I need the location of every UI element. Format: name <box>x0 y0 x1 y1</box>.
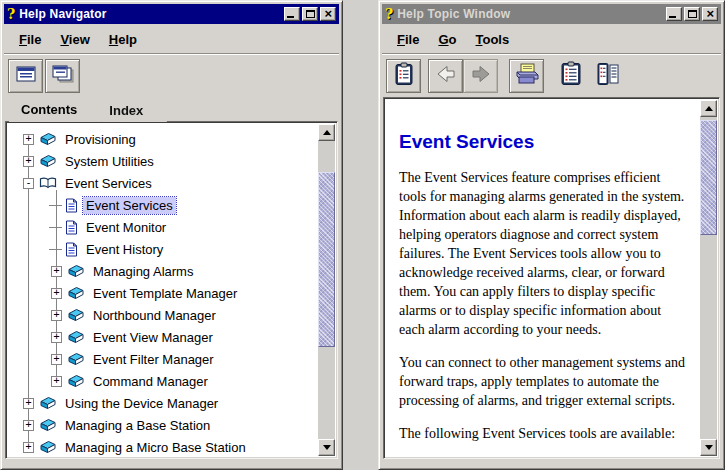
menu-bar: File View Help <box>5 28 338 51</box>
close-button[interactable] <box>702 7 718 21</box>
cascade-windows-icon <box>51 64 75 88</box>
master-index-icon <box>596 61 620 91</box>
topic-paragraphs: The Event Services feature comprises eff… <box>399 168 690 443</box>
topic-content-panel: Event Services The Event Services featur… <box>383 97 720 459</box>
closed-book-icon <box>39 154 57 168</box>
tree-item[interactable]: + Using the Device Manager <box>8 392 317 414</box>
menu-separator <box>382 53 721 55</box>
close-button[interactable] <box>320 7 336 21</box>
tree-item[interactable]: + Event Template Manager <box>8 282 317 304</box>
tree-item[interactable]: Event Services <box>8 194 317 216</box>
tree-item[interactable]: + Managing a Micro Base Station <box>8 436 317 456</box>
scroll-down-button[interactable] <box>318 439 335 456</box>
tree-connector-stub <box>49 249 62 250</box>
scroll-up-button[interactable] <box>318 124 335 141</box>
tree-item-label[interactable]: Managing a Micro Base Station <box>62 439 249 456</box>
maximize-button[interactable] <box>684 7 700 21</box>
tree-item-label[interactable]: Event Services <box>62 175 155 192</box>
single-window-button[interactable] <box>8 59 43 93</box>
topic-list-button[interactable] <box>555 59 587 93</box>
single-window-icon <box>15 65 37 87</box>
vertical-scrollbar[interactable] <box>318 124 335 456</box>
forward-button[interactable] <box>463 59 498 93</box>
tree-expander-toggle[interactable]: + <box>51 288 62 299</box>
help-topic-titlebar[interactable]: ? Help Topic Window <box>382 4 721 24</box>
tree-expander-toggle[interactable]: + <box>23 420 34 431</box>
scroll-down-button[interactable] <box>700 439 717 456</box>
tree-expander-toggle[interactable]: + <box>23 134 34 145</box>
tree-expander-toggle[interactable]: + <box>23 156 34 167</box>
topic-list-icon <box>560 61 582 91</box>
topic-content: Event Services The Event Services featur… <box>386 100 698 456</box>
tree-item-label[interactable]: Command Manager <box>90 373 211 390</box>
tree-expander-toggle[interactable]: + <box>23 398 34 409</box>
scrollbar-thumb[interactable] <box>318 172 335 347</box>
tree-item[interactable]: Event Monitor <box>8 216 317 238</box>
tree-item[interactable]: Event History <box>8 238 317 260</box>
navigator-toolbar <box>8 58 80 94</box>
tree-item-label[interactable]: Event History <box>83 241 166 258</box>
help-question-icon: ? <box>385 7 393 21</box>
master-index-button[interactable] <box>592 59 624 93</box>
minimize-button[interactable] <box>666 7 682 21</box>
tree-item[interactable]: + Event Filter Manager <box>8 348 317 370</box>
tree-item-label[interactable]: Northbound Manager <box>90 307 219 324</box>
back-arrow-icon <box>434 64 458 88</box>
print-icon <box>514 62 540 90</box>
help-topic-window: ? Help Topic Window File Go Tools <box>378 0 725 470</box>
tree-item-label[interactable]: Managing Alarms <box>90 263 196 280</box>
scroll-up-button[interactable] <box>700 100 717 117</box>
tree-expander-toggle[interactable]: + <box>51 332 62 343</box>
tree-item-label[interactable]: Provisioning <box>62 131 139 148</box>
tree-expander-toggle[interactable]: + <box>51 376 62 387</box>
menu-item[interactable]: Tools <box>471 30 515 49</box>
tree-expander-toggle[interactable]: + <box>23 442 34 453</box>
tree-item-label[interactable]: Event Monitor <box>83 219 169 236</box>
back-button[interactable] <box>428 59 463 93</box>
help-navigator-titlebar[interactable]: ? Help Navigator <box>4 4 339 24</box>
menu-item[interactable]: Go <box>433 30 461 49</box>
tree-item[interactable]: + Event View Manager <box>8 326 317 348</box>
tab[interactable]: Contents <box>9 98 101 122</box>
tree-item[interactable]: + Managing a Base Station <box>8 414 317 436</box>
help-question-icon: ? <box>7 7 15 21</box>
maximize-button[interactable] <box>302 7 318 21</box>
view-topics-button[interactable] <box>386 59 421 93</box>
tree-item[interactable]: - Event Services <box>8 172 317 194</box>
paragraph: You can connect to other management syst… <box>399 353 690 410</box>
closed-book-icon <box>67 264 85 278</box>
menu-bar: File Go Tools <box>383 28 720 51</box>
tree-item-label[interactable]: System Utilities <box>62 153 157 170</box>
tree-item[interactable]: + Command Manager <box>8 370 317 392</box>
tree-item-label[interactable]: Event Services <box>83 197 176 214</box>
page-icon <box>65 198 78 213</box>
tab[interactable]: Index <box>97 102 167 122</box>
tree-item-label[interactable]: Managing a Base Station <box>62 417 213 434</box>
tree-item[interactable]: + System Utilities <box>8 150 317 172</box>
scrollbar-thumb[interactable] <box>700 120 717 235</box>
tree-expander-toggle[interactable]: + <box>51 310 62 321</box>
cascade-windows-button[interactable] <box>45 59 80 93</box>
tree-expander-toggle[interactable]: + <box>51 354 62 365</box>
menu-item[interactable]: File <box>392 30 424 49</box>
closed-book-icon <box>39 418 57 432</box>
tree-item[interactable]: + Northbound Manager <box>8 304 317 326</box>
closed-book-icon <box>67 330 85 344</box>
print-button[interactable] <box>509 59 544 93</box>
menu-item[interactable]: File <box>14 30 46 49</box>
tree-item-label[interactable]: Event Template Manager <box>90 285 240 302</box>
tree-item[interactable]: + Provisioning <box>8 128 317 150</box>
tree-item[interactable]: + Managing Alarms <box>8 260 317 282</box>
page-icon <box>65 242 78 257</box>
tree-item-label[interactable]: Using the Device Manager <box>62 395 221 412</box>
vertical-scrollbar[interactable] <box>700 100 717 456</box>
menu-item[interactable]: View <box>55 30 94 49</box>
minimize-button[interactable] <box>284 7 300 21</box>
tree-expander-toggle[interactable]: - <box>23 178 34 189</box>
menu-item[interactable]: Help <box>104 30 142 49</box>
closed-book-icon <box>67 286 85 300</box>
tree-expander-toggle[interactable]: + <box>51 266 62 277</box>
tree-item-label[interactable]: Event View Manager <box>90 329 216 346</box>
navigator-tabs: Contents Index <box>9 98 167 122</box>
tree-item-label[interactable]: Event Filter Manager <box>90 351 217 368</box>
